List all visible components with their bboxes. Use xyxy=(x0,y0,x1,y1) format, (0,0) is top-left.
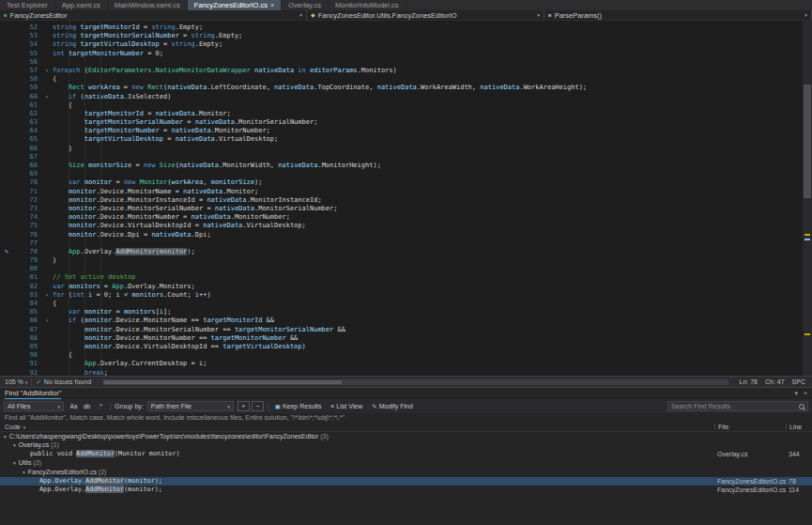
window-menu-icon[interactable]: ▾ xyxy=(794,390,798,397)
code-line-81[interactable]: 81// Set active desktop xyxy=(0,273,803,282)
document-health[interactable]: ✓ No issues found xyxy=(36,378,91,386)
code-line-61[interactable]: 61 { xyxy=(0,101,803,110)
fold-chevron-icon[interactable]: ▾ xyxy=(41,317,53,325)
search-results-input[interactable]: Search Find Results xyxy=(667,401,808,411)
find-group-row[interactable]: ▾FancyZonesEditorIO.cs (2) xyxy=(0,468,812,477)
file-column-header[interactable]: File xyxy=(714,424,786,430)
code-line-73[interactable]: 73 monitor.Device.MonitorSerialNumber = … xyxy=(0,205,803,213)
code-line-52[interactable]: 52string targetMonitorId = string.Empty; xyxy=(0,23,803,32)
tab-overlay-cs[interactable]: Overlay.cs xyxy=(282,0,329,10)
find-result-row[interactable]: App.Overlay.AddMonitor(monitor);FancyZon… xyxy=(0,486,812,495)
separator xyxy=(110,403,111,410)
find-group-row[interactable]: ▾Overlay.cs (1) xyxy=(0,441,812,451)
modify-find-button[interactable]: ✎ Modify Find xyxy=(369,401,416,411)
vertical-scrollbar[interactable] xyxy=(803,21,812,376)
code-line-57[interactable]: 57▾foreach (EditorParameters.NativeMonit… xyxy=(0,67,803,75)
code-text: targetMonitorId = nativeData.Monitor; xyxy=(53,110,231,118)
fold-margin xyxy=(41,205,53,213)
code-editor[interactable]: 52string targetMonitorId = string.Empty;… xyxy=(0,21,812,376)
group-by-dropdown[interactable]: Path then File ▾ xyxy=(147,401,234,411)
code-line-71[interactable]: 71 monitor.Device.MonitorName = nativeDa… xyxy=(0,188,803,196)
line-indicator[interactable]: Ln: 78 xyxy=(740,378,758,385)
code-line-55[interactable]: 55int targetMonitorNumber = 0; xyxy=(0,50,803,58)
tab-test-explorer[interactable]: Test Explorer xyxy=(0,0,55,10)
member-dropdown[interactable]: ■ ParseParams() ▾ xyxy=(544,10,812,20)
expander-icon[interactable]: ▾ xyxy=(13,460,16,466)
code-line-88[interactable]: 88 monitor.Device.MonitorNumber == targe… xyxy=(0,334,803,343)
list-view-toggle[interactable]: ≡ List View xyxy=(329,401,366,411)
code-line-85[interactable]: 85 var monitor = monitors[i]; xyxy=(0,308,803,317)
code-line-76[interactable]: 76 monitor.Device.Dpi = nativeData.Dpi; xyxy=(0,231,803,239)
code-line-56[interactable]: 56 xyxy=(0,58,803,67)
code-line-78[interactable]: ✎78 App.Overlay.AddMonitor(monitor); xyxy=(0,248,803,256)
tool-window-titlebar[interactable]: Find "AddMonitor" ▾ × xyxy=(0,388,812,399)
tab-app-xaml-cs[interactable]: App.xaml.cs xyxy=(55,0,108,10)
code-line-67[interactable]: 67 xyxy=(0,153,803,162)
code-line-83[interactable]: 83▾for (int i = 0; i < monitors.Count; i… xyxy=(0,291,803,300)
fold-chevron-icon[interactable]: ▾ xyxy=(41,67,53,75)
match-case-icon[interactable]: Aa xyxy=(68,401,80,411)
keep-results-toggle[interactable]: ▣ Keep Results xyxy=(272,401,325,411)
code-column-header[interactable]: Code ▾ xyxy=(0,424,714,430)
tab-monitorinfomodel-cs[interactable]: MonitorInfoModel.cs xyxy=(329,0,406,10)
tab-fancyzoneseditorio-cs[interactable]: FancyZonesEditorIO.cs× xyxy=(188,0,282,10)
type-dropdown[interactable]: ◆ FancyZonesEditor.Utils.FancyZonesEdito… xyxy=(307,10,544,20)
code-line-68[interactable]: 68 Size monitorSize = new Size(nativeDat… xyxy=(0,162,803,170)
code-line-87[interactable]: 87 monitor.Device.MonitorSerialNumber ==… xyxy=(0,326,803,334)
code-line-79[interactable]: 79} xyxy=(0,256,803,265)
collapse-all-icon[interactable]: − xyxy=(252,401,264,411)
code-line-62[interactable]: 62 targetMonitorId = nativeData.Monitor; xyxy=(0,110,803,118)
code-line-70[interactable]: 70 var monitor = new Monitor(workArea, m… xyxy=(0,178,803,187)
line-column-header[interactable]: Line xyxy=(786,424,812,430)
match-word-icon[interactable]: ab xyxy=(81,401,93,411)
code-line-77[interactable]: 77 xyxy=(0,239,803,248)
fold-margin xyxy=(41,110,53,118)
code-line-54[interactable]: 54string targetVirtualDesktop = string.E… xyxy=(0,40,803,49)
code-line-72[interactable]: 72 monitor.Device.MonitorInstanceId = na… xyxy=(0,196,803,205)
code-line-91[interactable]: 91 App.Overlay.CurrentDesktop = i; xyxy=(0,360,803,368)
tab-label: MainWindow.xaml.cs xyxy=(115,1,180,9)
code-line-58[interactable]: 58{ xyxy=(0,75,803,84)
code-line-92[interactable]: 92 break; xyxy=(0,369,803,377)
horizontal-scrollbar[interactable] xyxy=(102,379,728,385)
tab-label: FancyZonesEditorIO.cs xyxy=(194,1,268,9)
code-line-74[interactable]: 74 monitor.Device.MonitorNumber = native… xyxy=(0,213,803,222)
fold-chevron-icon[interactable]: ▾ xyxy=(41,93,53,101)
code-line-65[interactable]: 65 targetVirtualDesktop = nativeData.Vir… xyxy=(0,135,803,144)
group-by-value: Path then File xyxy=(151,403,192,409)
code-line-63[interactable]: 63 targetMonitorSerialNumber = nativeDat… xyxy=(0,118,803,127)
code-line-75[interactable]: 75 monitor.Device.VirtualDesktopId = nat… xyxy=(0,222,803,230)
expander-icon[interactable]: ▾ xyxy=(4,434,7,440)
expander-icon[interactable]: ▾ xyxy=(23,470,25,475)
fold-margin xyxy=(41,273,53,282)
project-dropdown[interactable]: ■ FancyZonesEditor ▾ xyxy=(0,10,307,20)
code-line-80[interactable]: 80 xyxy=(0,265,803,273)
code-line-66[interactable]: 66 } xyxy=(0,145,803,153)
code-line-86[interactable]: 86▾ if (monitor.Device.MonitorName == ta… xyxy=(0,317,803,325)
find-result-row[interactable]: App.Overlay.AddMonitor(monitor);FancyZon… xyxy=(0,477,812,486)
code-line-64[interactable]: 64 targetMonitorNumber = nativeData.Moni… xyxy=(0,127,803,135)
scrollbar-thumb[interactable] xyxy=(104,380,342,384)
line-number: 77 xyxy=(13,239,41,248)
close-icon[interactable]: × xyxy=(804,390,807,397)
regex-icon[interactable]: .* xyxy=(94,401,106,411)
code-text: string targetVirtualDesktop = string.Emp… xyxy=(53,40,222,49)
code-line-59[interactable]: 59 Rect workArea = new Rect(nativeData.L… xyxy=(0,84,803,92)
close-icon[interactable]: × xyxy=(270,2,274,8)
zoom-selector[interactable]: 105 % ▾ xyxy=(5,378,27,385)
tab-mainwindow-xaml-cs[interactable]: MainWindow.xaml.cs xyxy=(108,0,188,10)
code-line-82[interactable]: 82var monitors = App.Overlay.Monitors; xyxy=(0,283,803,291)
code-line-60[interactable]: 60▾ if (nativeData.IsSelected) xyxy=(0,93,803,101)
code-line-53[interactable]: 53string targetMonitorSerialNumber = str… xyxy=(0,32,803,40)
code-line-90[interactable]: 90 { xyxy=(0,351,803,360)
column-indicator[interactable]: Ch: 47 xyxy=(765,378,785,385)
code-line-89[interactable]: 89 monitor.Device.VirtualDesktopId == ta… xyxy=(0,343,803,351)
expand-all-icon[interactable]: + xyxy=(237,401,250,411)
fold-chevron-icon[interactable]: ▾ xyxy=(41,291,53,300)
indentation-indicator[interactable]: SPC xyxy=(792,378,805,385)
expander-icon[interactable]: ▾ xyxy=(13,442,16,448)
scrollbar-thumb[interactable] xyxy=(804,85,811,198)
code-line-84[interactable]: 84{ xyxy=(0,300,803,308)
code-line-69[interactable]: 69 xyxy=(0,170,803,178)
scope-dropdown[interactable]: All Files ▾ xyxy=(4,401,64,411)
